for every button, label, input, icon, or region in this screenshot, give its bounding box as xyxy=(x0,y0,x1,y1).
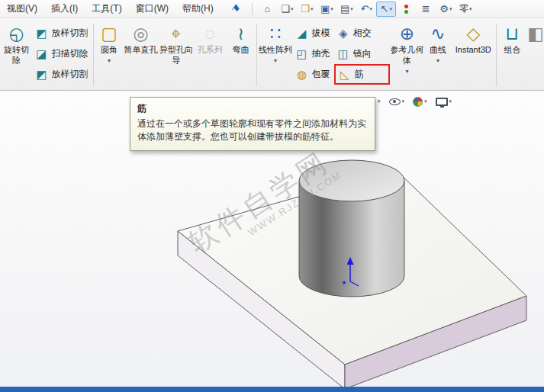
sweep-cut-label: 扫描切除 xyxy=(51,47,88,60)
chevron-down-icon: ▾ xyxy=(330,6,333,12)
chevron-down-icon[interactable]: ▾ xyxy=(108,57,111,65)
rotate-cut-icon: ◵ xyxy=(9,24,24,43)
print-button[interactable]: ▤ ▾ xyxy=(336,2,356,17)
simple-hole-label: 简单直孔 xyxy=(124,45,158,56)
curves-label: 曲线 xyxy=(424,45,452,56)
undo-button[interactable]: ↶ ▾ xyxy=(356,2,376,17)
stoplight-icon xyxy=(404,5,408,14)
chevron-down-icon: ▾ xyxy=(311,6,314,12)
open-folder-icon: ❒ xyxy=(301,4,310,14)
chevron-down-icon[interactable]: ▾ xyxy=(274,57,277,65)
appearance-sphere-icon xyxy=(413,97,423,107)
file-properties-button[interactable]: 零 ▾ xyxy=(455,2,475,17)
chevron-down-icon[interactable]: ▾ xyxy=(405,68,408,76)
features-ribbon: ◵ 旋转切除 ◩ 放样切割 ◪ 扫描切除 ◩ 放样切割 ▢ 圆角 ▾ ◎ xyxy=(0,18,544,91)
instant3d-button[interactable]: ◇ Instant3D xyxy=(452,20,495,90)
menu-window[interactable]: 窗口(W) xyxy=(129,0,175,18)
loft-cut-label: 放样切割 xyxy=(51,68,88,81)
mirror-button[interactable]: ◫ 镜向 xyxy=(334,43,390,64)
pin-menu-icon[interactable]: ⚑ xyxy=(228,2,242,16)
graphics-viewport[interactable]: ▾ ▾ ▾ ▾ xyxy=(0,91,544,392)
partial-label: 零 xyxy=(459,2,468,15)
chevron-down-icon: ▾ xyxy=(291,6,294,12)
combine-button[interactable]: ⊔ 组合 xyxy=(497,20,527,90)
monitor-icon xyxy=(436,98,448,106)
status-bar-strip xyxy=(0,387,544,392)
home-button[interactable]: ⌂ xyxy=(257,2,277,17)
menu-help[interactable]: 帮助(H) xyxy=(175,0,220,18)
rotate-cut-button[interactable]: ◵ 旋转切除 xyxy=(1,20,32,90)
simple-hole-button[interactable]: ◎ 简单直孔 xyxy=(124,20,158,90)
flex-icon: ≀ xyxy=(237,24,244,43)
hole-series-button: ◌ 孔系列 xyxy=(194,20,225,90)
loft-cut-button-2[interactable]: ◩ 放样切割 xyxy=(32,64,92,85)
linear-pattern-label: 线性阵列 xyxy=(258,45,292,56)
rib-button[interactable]: ◺ 筋 xyxy=(334,64,390,85)
combine-label: 组合 xyxy=(497,45,527,56)
home-icon: ⌂ xyxy=(264,4,270,14)
menu-insert[interactable]: 插入(I) xyxy=(44,0,85,18)
apply-scene-button[interactable]: ▾ xyxy=(436,98,452,106)
chevron-down-icon: ▾ xyxy=(350,6,353,12)
rotate-cut-label: 旋转切除 xyxy=(1,45,32,66)
wrap-label: 包覆 xyxy=(312,68,330,81)
loft-cut-icon: ◩ xyxy=(34,27,48,39)
hide-show-items-button[interactable]: ▾ xyxy=(389,98,405,105)
hole-series-label: 孔系列 xyxy=(194,45,225,56)
evaluate-list-button[interactable]: ≣ xyxy=(416,2,436,17)
wrap-button[interactable]: ◍ 包覆 xyxy=(293,64,334,85)
draft-button[interactable]: ◢ 拔模 xyxy=(293,23,334,43)
chevron-down-icon: ▾ xyxy=(370,6,373,12)
flex-label: 弯曲 xyxy=(226,45,256,56)
flex-button[interactable]: ≀ 弯曲 xyxy=(226,20,256,90)
shell-button[interactable]: ◰ 抽壳 xyxy=(293,43,334,64)
menu-bar: 视图(V) 插入(I) 工具(T) 窗口(W) 帮助(H) ⚑ ⌂ ❏ ▾ ❒ … xyxy=(0,0,544,18)
hole-wizard-icon: ⌖ xyxy=(171,24,181,43)
reference-geometry-button[interactable]: ⊕ 参考几何体 ▾ xyxy=(390,20,424,90)
rib-tooltip: 筋 通过在一个或多个草图轮廓和现有零件之间添加材料为实体添加薄壁支撑。您也可以创… xyxy=(130,97,375,151)
chevron-down-icon[interactable]: ▾ xyxy=(436,57,439,65)
menu-tools[interactable]: 工具(T) xyxy=(85,0,128,18)
tooltip-body: 通过在一个或多个草图轮廓和现有零件之间添加材料为实体添加薄壁支撑。您也可以创建带… xyxy=(137,117,368,144)
eye-icon xyxy=(389,98,401,105)
intersect-button[interactable]: ◈ 相交 xyxy=(334,23,390,43)
hole-wizard-label: 异型孔向导 xyxy=(158,45,194,66)
sweep-cut-button[interactable]: ◪ 扫描切除 xyxy=(32,43,92,64)
curves-button[interactable]: ∿ 曲线 ▾ xyxy=(424,20,452,90)
chevron-down-icon[interactable]: ▾ xyxy=(378,98,381,104)
sweep-cut-icon: ◪ xyxy=(34,48,48,59)
new-document-button[interactable]: ❏ ▾ xyxy=(277,2,297,17)
select-cursor-button[interactable]: ↖ ▾ xyxy=(376,2,396,17)
hole-wizard-button[interactable]: ⌖ 异型孔向导 xyxy=(158,20,194,90)
rib-icon: ◺ xyxy=(338,69,352,80)
loft-cut-button[interactable]: ◩ 放样切割 xyxy=(32,23,92,43)
stoplight-button[interactable] xyxy=(396,2,416,17)
loft-cut-icon: ◩ xyxy=(34,69,48,80)
fillet-label: 圆角 xyxy=(95,45,123,56)
instant3d-label: Instant3D xyxy=(452,45,495,56)
hole-series-icon: ◌ xyxy=(204,24,215,43)
chevron-down-icon: ▾ xyxy=(424,98,427,104)
chevron-down-icon: ▾ xyxy=(390,6,393,12)
menu-view[interactable]: 视图(V) xyxy=(0,0,44,18)
heads-up-toolbar: ▾ ▾ ▾ ▾ xyxy=(378,94,452,109)
fillet-icon: ▢ xyxy=(101,24,117,43)
open-button[interactable]: ❒ ▾ xyxy=(297,2,317,17)
linear-pattern-button[interactable]: ∷ 线性阵列 ▾ xyxy=(258,20,292,90)
shell-label: 抽壳 xyxy=(312,47,330,60)
simple-hole-icon: ◎ xyxy=(133,24,148,43)
options-button[interactable]: ⚙ ▾ xyxy=(436,2,455,17)
shell-icon: ◰ xyxy=(295,48,309,59)
save-button[interactable]: ▣ ▾ xyxy=(317,2,336,17)
divider xyxy=(93,24,94,86)
reference-geometry-icon: ⊕ xyxy=(400,24,414,43)
printer-icon: ▤ xyxy=(340,4,349,14)
chevron-down-icon: ▾ xyxy=(402,98,405,104)
intersect-icon: ◈ xyxy=(336,27,350,39)
reference-geometry-label: 参考几何体 xyxy=(390,45,424,66)
clipped-feature-button[interactable]: ◧ xyxy=(527,20,544,90)
fillet-button[interactable]: ▢ 圆角 ▾ xyxy=(95,20,123,90)
clipped-feature-icon: ◧ xyxy=(527,24,544,43)
divider xyxy=(256,24,257,86)
edit-appearance-button[interactable]: ▾ xyxy=(413,97,427,107)
